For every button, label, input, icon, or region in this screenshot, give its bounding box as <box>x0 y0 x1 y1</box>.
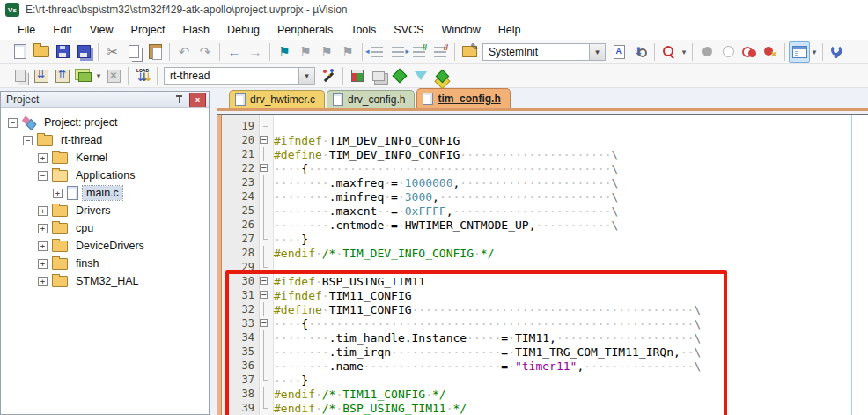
tree-item-project-project[interactable]: −Project: project <box>1 114 209 131</box>
code-line-20[interactable]: 20#ifndef·TIM_DEV_INFO_CONFIG <box>217 133 868 147</box>
insert-breakpoint-button[interactable] <box>696 41 717 63</box>
menu-file[interactable]: File <box>9 21 44 39</box>
toolbar-gripper[interactable] <box>2 43 6 61</box>
code-line-21[interactable]: 21#define·TIM_DEV_INFO_CONFIG···········… <box>217 147 868 161</box>
find-in-files-button[interactable] <box>608 41 629 63</box>
dropdown-caret[interactable]: ▾ <box>680 48 688 56</box>
code-line-24[interactable]: 24········.minfreq·=·3000,··············… <box>217 189 868 204</box>
pin-icon[interactable] <box>173 93 186 106</box>
kill-all-breakpoints-button[interactable] <box>760 41 781 63</box>
translate-button[interactable] <box>10 65 31 86</box>
file-extensions-button[interactable] <box>410 65 431 86</box>
multi-project-button[interactable] <box>368 65 389 86</box>
new-file-button[interactable] <box>10 41 31 63</box>
combo-dropdown-button[interactable]: ▾ <box>589 44 605 60</box>
comment-button[interactable] <box>408 41 430 63</box>
tree-item-rt-thread[interactable]: −rt-thread <box>1 131 209 149</box>
plus-expander-icon[interactable]: + <box>38 277 48 286</box>
tree-item-cpu[interactable]: +cpu <box>1 219 209 237</box>
books-button[interactable] <box>431 65 452 86</box>
plus-expander-icon[interactable]: + <box>38 224 48 233</box>
code-line-23[interactable]: 23········.maxfreq·=·1000000,···········… <box>217 175 868 189</box>
navigate-back-button[interactable]: ← <box>224 41 245 63</box>
menu-view[interactable]: View <box>81 21 122 39</box>
menu-help[interactable]: Help <box>489 21 530 39</box>
plus-expander-icon[interactable]: + <box>38 259 48 269</box>
tab-drv-hwtimer-c[interactable]: drv_hwtimer.c <box>229 90 325 108</box>
configuration-button[interactable] <box>827 41 848 63</box>
menu-edit[interactable]: Edit <box>44 21 81 39</box>
menu-tools[interactable]: Tools <box>342 21 385 39</box>
edit-session-button[interactable] <box>459 41 480 63</box>
debug-windows-button[interactable] <box>789 41 810 63</box>
minus-expander-icon[interactable]: − <box>38 171 48 181</box>
combo-dropdown-button[interactable]: ▾ <box>298 68 314 84</box>
cut-button[interactable]: ✂ <box>102 41 123 63</box>
fold-collapse-icon[interactable] <box>259 161 270 175</box>
quick-find-button[interactable] <box>658 41 680 63</box>
save-button[interactable] <box>52 41 73 63</box>
minus-expander-icon[interactable]: − <box>8 118 18 128</box>
fold-collapse-icon[interactable] <box>259 133 270 147</box>
menu-window[interactable]: Window <box>432 21 489 39</box>
menu-svcs[interactable]: SVCS <box>385 21 432 39</box>
incremental-find-button[interactable] <box>629 41 651 63</box>
uncomment-button[interactable] <box>430 41 451 63</box>
tree-item-main-c[interactable]: +main.c <box>1 184 209 202</box>
plus-expander-icon[interactable]: + <box>53 189 63 198</box>
menu-debug[interactable]: Debug <box>218 21 268 39</box>
paste-button[interactable] <box>144 41 166 63</box>
rebuild-button[interactable] <box>52 65 73 86</box>
batch-build-button[interactable] <box>73 65 94 86</box>
undo-button[interactable]: ↶ <box>173 41 195 63</box>
tab-tim-config-h[interactable]: tim_config.h <box>416 88 510 108</box>
menu-flash[interactable]: Flash <box>173 21 218 39</box>
code-line-25[interactable]: 25········.maxcnt··=·0xFFFF,············… <box>217 204 868 218</box>
bookmark-toggle-button[interactable]: ⚑ <box>274 41 295 63</box>
tree-item-stm32-hal[interactable]: +STM32_HAL <box>1 272 209 290</box>
manage-items-button[interactable] <box>389 65 410 86</box>
open-file-button[interactable] <box>31 41 52 63</box>
plus-expander-icon[interactable]: + <box>38 206 48 216</box>
target-options-button[interactable] <box>318 65 339 86</box>
menu-project[interactable]: Project <box>122 21 174 39</box>
tree-item-drivers[interactable]: +Drivers <box>1 202 209 219</box>
function-select-combo[interactable]: SystemInit▾ <box>482 43 606 61</box>
tree-item-kernel[interactable]: +Kernel <box>1 149 209 167</box>
code-line-27[interactable]: 27····} <box>217 232 868 246</box>
plus-expander-icon[interactable]: + <box>38 241 48 251</box>
navigate-forward-button[interactable]: → <box>245 41 266 63</box>
tree-item-finsh[interactable]: +finsh <box>1 255 209 272</box>
disable-all-breakpoints-button[interactable] <box>739 41 760 63</box>
bookmark-next-button[interactable]: ⚑ <box>316 41 337 63</box>
minus-expander-icon[interactable]: − <box>23 136 33 145</box>
indent-button[interactable] <box>387 41 408 63</box>
toolbar-separator <box>128 67 129 85</box>
copy-button[interactable] <box>123 41 144 63</box>
code-editor[interactable]: 1920#ifndef·TIM_DEV_INFO_CONFIG21#define… <box>217 114 868 415</box>
close-panel-button[interactable]: x <box>189 93 206 107</box>
code-line-22[interactable]: 22····{·································… <box>217 161 868 175</box>
toolbar-gripper[interactable] <box>2 67 6 85</box>
plus-expander-icon[interactable]: + <box>38 153 48 163</box>
save-all-button[interactable] <box>73 41 94 63</box>
build-button[interactable] <box>31 65 52 86</box>
code-line-19[interactable]: 19 <box>217 119 868 133</box>
tree-item-applications[interactable]: −Applications <box>1 167 209 184</box>
bookmark-prev-button[interactable]: ⚑ <box>295 41 316 63</box>
code-line-28[interactable]: 28#endif·/*·TIM_DEV_INFO_CONFIG·*/ <box>217 246 868 260</box>
download-button[interactable] <box>132 65 153 86</box>
manage-rte-button[interactable] <box>347 65 368 86</box>
dropdown-caret[interactable]: ▾ <box>94 71 103 80</box>
tree-item-devicedrivers[interactable]: +DeviceDrivers <box>1 237 209 255</box>
enable-disable-breakpoint-button[interactable] <box>717 41 739 63</box>
menu-peripherals[interactable]: Peripherals <box>268 21 342 39</box>
tab-drv-config-h[interactable]: drv_config.h <box>327 90 415 108</box>
code-line-26[interactable]: 26········.cntmode·=·HWTIMER_CNTMODE_UP,… <box>217 218 868 232</box>
stop-build-button[interactable]: ✕ <box>103 65 124 86</box>
target-select-combo[interactable]: rt-thread▾ <box>164 67 315 85</box>
dropdown-caret[interactable]: ▾ <box>810 48 819 56</box>
bookmark-clear-button[interactable]: ⚑ <box>337 41 358 63</box>
redo-button[interactable]: ↷ <box>195 41 216 63</box>
unindent-button[interactable] <box>366 41 387 63</box>
